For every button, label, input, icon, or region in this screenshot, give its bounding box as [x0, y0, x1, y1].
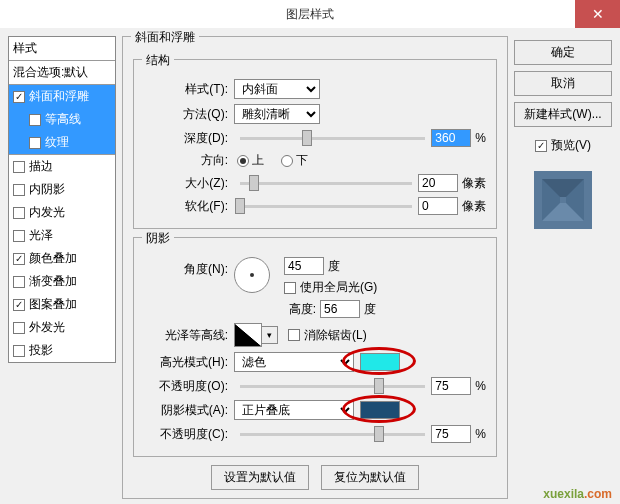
style-checkbox[interactable]: [13, 322, 25, 334]
size-label: 大小(Z):: [144, 175, 234, 192]
highlight-opacity-slider[interactable]: [240, 385, 425, 388]
style-item-10[interactable]: 外发光: [9, 316, 115, 339]
unit: 度: [328, 258, 340, 275]
style-checkbox[interactable]: [29, 137, 41, 149]
style-checkbox[interactable]: [29, 114, 41, 126]
shading-group: 阴影 角度(N): 度 使用全局光(G): [133, 237, 497, 457]
styles-header[interactable]: 样式: [9, 37, 115, 60]
main: 样式 混合选项:默认 斜面和浮雕等高线纹理描边内阴影内发光光泽颜色叠加渐变叠加图…: [0, 28, 620, 504]
unit: 像素: [462, 198, 486, 215]
bevel-emboss-group: 斜面和浮雕 结构 样式(T): 内斜面 方法(Q): 雕刻清晰 深度(D): %: [122, 36, 508, 499]
direction-up-radio[interactable]: [237, 155, 249, 167]
cancel-button[interactable]: 取消: [514, 71, 612, 96]
make-default-button[interactable]: 设置为默认值: [211, 465, 309, 490]
style-label: 投影: [29, 342, 53, 359]
preview-checkbox[interactable]: [535, 140, 547, 152]
style-item-3[interactable]: 描边: [9, 155, 115, 178]
size-slider[interactable]: [240, 182, 412, 185]
style-checkbox[interactable]: [13, 91, 25, 103]
shadow-opacity-slider[interactable]: [240, 433, 425, 436]
style-label: 描边: [29, 158, 53, 175]
depth-slider[interactable]: [240, 137, 425, 140]
unit: %: [475, 427, 486, 441]
preview-label: 预览(V): [551, 137, 591, 154]
unit: 度: [364, 301, 376, 318]
gloss-contour-picker[interactable]: ▾: [234, 323, 278, 347]
settings-column: 斜面和浮雕 结构 样式(T): 内斜面 方法(Q): 雕刻清晰 深度(D): %: [122, 36, 508, 504]
style-item-5[interactable]: 内发光: [9, 201, 115, 224]
unit: %: [475, 131, 486, 145]
style-label: 渐变叠加: [29, 273, 77, 290]
style-item-6[interactable]: 光泽: [9, 224, 115, 247]
style-select[interactable]: 内斜面: [234, 79, 320, 99]
style-checkbox[interactable]: [13, 253, 25, 265]
global-light-checkbox[interactable]: [284, 282, 296, 294]
depth-input[interactable]: [431, 129, 471, 147]
unit: 像素: [462, 175, 486, 192]
style-item-0[interactable]: 斜面和浮雕: [9, 85, 115, 108]
reset-default-button[interactable]: 复位为默认值: [321, 465, 419, 490]
shadow-mode-label: 阴影模式(A):: [144, 402, 234, 419]
right-column: 确定 取消 新建样式(W)... 预览(V): [514, 36, 612, 504]
structure-group: 结构 样式(T): 内斜面 方法(Q): 雕刻清晰 深度(D): % 方向:: [133, 59, 497, 229]
ok-button[interactable]: 确定: [514, 40, 612, 65]
contour-swatch: [234, 323, 262, 347]
altitude-label: 高度:: [284, 301, 316, 318]
style-label: 样式(T):: [144, 81, 234, 98]
style-label: 纹理: [45, 134, 69, 151]
style-checkbox[interactable]: [13, 345, 25, 357]
chevron-down-icon[interactable]: ▾: [262, 326, 278, 344]
titlebar: 图层样式 ✕: [0, 0, 620, 28]
shadow-opacity-label: 不透明度(C):: [144, 426, 234, 443]
antialias-label: 消除锯齿(L): [304, 327, 367, 344]
style-item-7[interactable]: 颜色叠加: [9, 247, 115, 270]
style-item-9[interactable]: 图案叠加: [9, 293, 115, 316]
structure-title: 结构: [142, 52, 174, 69]
window-title: 图层样式: [0, 6, 620, 23]
highlight-mode-select[interactable]: 滤色: [234, 352, 354, 372]
style-checkbox[interactable]: [13, 276, 25, 288]
angle-label: 角度(N):: [144, 257, 234, 278]
style-item-8[interactable]: 渐变叠加: [9, 270, 115, 293]
shading-title: 阴影: [142, 230, 174, 247]
global-light-label: 使用全局光(G): [300, 279, 377, 296]
style-label: 光泽: [29, 227, 53, 244]
size-input[interactable]: [418, 174, 458, 192]
close-button[interactable]: ✕: [575, 0, 620, 28]
soften-input[interactable]: [418, 197, 458, 215]
styles-list: 样式 混合选项:默认 斜面和浮雕等高线纹理描边内阴影内发光光泽颜色叠加渐变叠加图…: [8, 36, 116, 363]
angle-dial[interactable]: [234, 257, 270, 293]
style-item-2[interactable]: 纹理: [9, 131, 115, 154]
altitude-input[interactable]: [320, 300, 360, 318]
style-checkbox[interactable]: [13, 230, 25, 242]
direction-down-radio[interactable]: [281, 155, 293, 167]
style-item-4[interactable]: 内阴影: [9, 178, 115, 201]
style-checkbox[interactable]: [13, 207, 25, 219]
angle-input[interactable]: [284, 257, 324, 275]
shadow-opacity-input[interactable]: [431, 425, 471, 443]
shadow-color-swatch[interactable]: [360, 401, 400, 419]
highlight-mode-label: 高光模式(H):: [144, 354, 234, 371]
style-checkbox[interactable]: [13, 161, 25, 173]
watermark: xuexila.com: [543, 484, 612, 502]
style-item-11[interactable]: 投影: [9, 339, 115, 362]
style-label: 外发光: [29, 319, 65, 336]
style-label: 内发光: [29, 204, 65, 221]
technique-label: 方法(Q):: [144, 106, 234, 123]
highlight-opacity-input[interactable]: [431, 377, 471, 395]
soften-slider[interactable]: [240, 205, 412, 208]
technique-select[interactable]: 雕刻清晰: [234, 104, 320, 124]
style-item-1[interactable]: 等高线: [9, 108, 115, 131]
style-checkbox[interactable]: [13, 184, 25, 196]
style-label: 图案叠加: [29, 296, 77, 313]
style-label: 等高线: [45, 111, 81, 128]
highlight-color-swatch[interactable]: [360, 353, 400, 371]
antialias-checkbox[interactable]: [288, 329, 300, 341]
preview-thumbnail: [534, 171, 592, 229]
styles-column: 样式 混合选项:默认 斜面和浮雕等高线纹理描边内阴影内发光光泽颜色叠加渐变叠加图…: [8, 36, 116, 504]
shadow-mode-select[interactable]: 正片叠底: [234, 400, 354, 420]
blending-options[interactable]: 混合选项:默认: [9, 61, 115, 84]
style-label: 斜面和浮雕: [29, 88, 89, 105]
style-checkbox[interactable]: [13, 299, 25, 311]
new-style-button[interactable]: 新建样式(W)...: [514, 102, 612, 127]
